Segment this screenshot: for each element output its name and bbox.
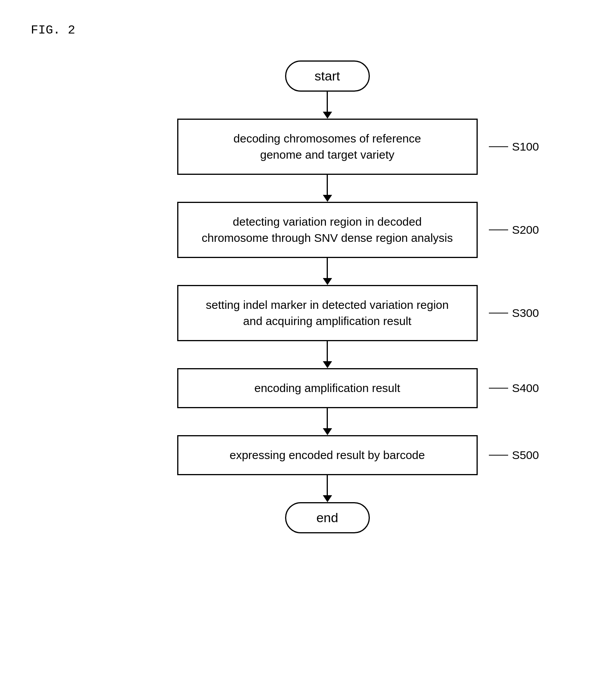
s400-label: S400 [489,382,539,395]
s300-label: S300 [489,307,539,320]
s500-process-node: expressing encoded result by barcode [177,435,478,475]
arrow-line-6 [327,475,328,495]
s400-text: encoding amplification result [254,382,400,394]
s300-label-line [489,313,508,313]
arrow-line-2 [327,175,328,195]
s500-label-text: S500 [512,449,539,462]
s400-label-text: S400 [512,382,539,395]
arrow-line-3 [327,258,328,278]
arrow-head-4 [323,361,332,368]
end-node-wrapper: end [69,502,585,533]
s500-node-wrapper: expressing encoded result by barcode S50… [69,435,585,475]
arrow-1 [323,92,332,119]
s500-text: expressing encoded result by barcode [230,449,425,461]
s400-label-line [489,388,508,389]
arrow-4 [323,341,332,368]
arrow-head-5 [323,428,332,435]
s200-text: detecting variation region in decodedchr… [201,215,453,244]
s200-label-line [489,230,508,230]
s100-label: S100 [489,140,539,153]
s400-node-wrapper: encoding amplification result S400 [69,368,585,408]
start-terminal: start [285,60,370,92]
s500-label: S500 [489,449,539,462]
arrow-head-1 [323,112,332,119]
s100-process-node: decoding chromosomes of referencegenome … [177,119,478,175]
end-terminal: end [285,502,370,533]
start-node-wrapper: start [69,60,585,92]
arrow-head-6 [323,495,332,502]
arrow-line-4 [327,341,328,361]
arrow-head-3 [323,278,332,285]
s200-process-node: detecting variation region in decodedchr… [177,202,478,258]
s400-process-node: encoding amplification result [177,368,478,408]
arrow-line-1 [327,92,328,112]
s200-node-wrapper: detecting variation region in decodedchr… [69,202,585,258]
arrow-line-5 [327,408,328,428]
arrow-5 [323,408,332,435]
s100-label-line [489,146,508,147]
arrow-head-2 [323,195,332,202]
s500-label-line [489,455,508,456]
s100-text: decoding chromosomes of referencegenome … [233,132,421,161]
s300-text: setting indel marker in detected variati… [206,298,448,327]
s300-node-wrapper: setting indel marker in detected variati… [69,285,585,341]
flowchart: start decoding chromosomes of referenceg… [69,60,585,533]
arrow-3 [323,258,332,285]
s100-node-wrapper: decoding chromosomes of referencegenome … [69,119,585,175]
arrow-2 [323,175,332,202]
arrow-6 [323,475,332,502]
page-container: FIG. 2 start decoding chromosomes of ref… [0,0,616,687]
s300-label-text: S300 [512,307,539,320]
s100-label-text: S100 [512,140,539,153]
figure-label: FIG. 2 [31,23,585,37]
s200-label-text: S200 [512,223,539,236]
s200-label: S200 [489,223,539,236]
s300-process-node: setting indel marker in detected variati… [177,285,478,341]
